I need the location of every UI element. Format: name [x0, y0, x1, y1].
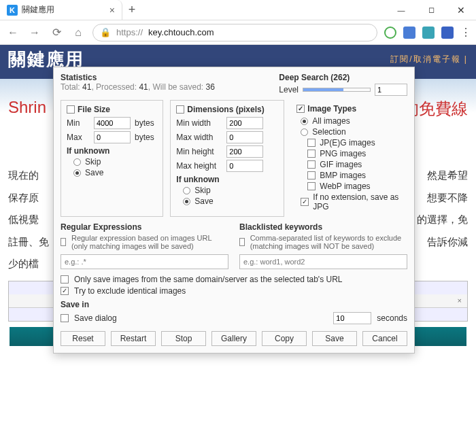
tab-title: 關鍵應用 [22, 4, 105, 16]
page-content: 關鍵應用 訂閱/取消電子報 | Shrin 小的免費線 現在的然是希望 保存原想… [0, 45, 476, 448]
all-images-radio[interactable] [301, 118, 308, 125]
deep-search-title: Deep Search (262) [279, 73, 407, 82]
checkbox-label: BMP images [320, 171, 366, 180]
window-maximize-icon[interactable]: ◻ [416, 0, 446, 20]
browser-titlebar: K 關鍵應用 × + — ◻ ✕ [0, 0, 476, 20]
level-label: Level [279, 85, 299, 94]
address-bar: ← → ⟳ ⌂ 🔒 https://key.chtouch.com ⋮ [0, 20, 476, 45]
reset-button[interactable]: Reset [61, 331, 105, 346]
same-domain-checkbox[interactable] [61, 275, 69, 283]
blacklist-section: Blacklisted keywords Comma-separated lis… [239, 222, 407, 269]
banner-links[interactable]: 訂閱/取消電子報 | [390, 54, 468, 65]
stats-line: Total: 41, Processed: 41, Will be saved:… [61, 82, 215, 92]
body-text: 註冊、免 [8, 232, 49, 252]
min-width-input[interactable] [226, 117, 263, 129]
image-types-checkbox[interactable] [296, 105, 305, 113]
body-text: 然是希望 [427, 166, 468, 186]
checkbox-label: JP(E)G images [320, 138, 375, 148]
stop-button[interactable]: Stop [161, 331, 206, 346]
checkbox-label: WebP images [320, 182, 370, 191]
dimensions-checkbox[interactable] [176, 105, 184, 114]
fs-skip-radio[interactable] [73, 158, 81, 166]
url-prefix: https:// [116, 27, 143, 37]
section-title: Regular Expressions [61, 222, 228, 232]
selection-radio[interactable] [301, 128, 308, 136]
radio-label: Save [194, 196, 213, 206]
gallery-button[interactable]: Gallery [211, 331, 256, 346]
menu-icon[interactable]: ⋮ [460, 26, 471, 39]
image-save-dialog: Statistics Total: 41, Processed: 41, Wil… [53, 67, 415, 354]
blacklist-checkbox[interactable] [239, 238, 245, 246]
blacklist-input[interactable] [239, 254, 407, 269]
favicon: K [7, 5, 18, 16]
panel-title: File Size [78, 105, 110, 114]
checkbox-label: PNG images [320, 149, 366, 158]
unit-label: bytes [135, 133, 154, 142]
png-checkbox[interactable] [307, 150, 316, 158]
cancel-button[interactable]: Cancel [362, 331, 407, 346]
save-dialog-checkbox[interactable] [61, 314, 69, 322]
minh-label: Min height [176, 147, 222, 156]
file-size-panel: File Size Minbytes Maxbytes If unknown S… [61, 100, 163, 217]
window-minimize-icon[interactable]: — [386, 0, 416, 20]
checkbox-label: GIF images [320, 160, 362, 169]
radio-label: All images [312, 116, 350, 126]
maxw-label: Max width [176, 133, 222, 142]
checkbox-label: If no extension, save as JPG [313, 192, 401, 211]
panel-title: Dimensions (pixels) [187, 105, 264, 114]
extension-icon[interactable] [422, 27, 435, 39]
seconds-input[interactable] [333, 312, 371, 324]
if-unknown-label: If unknown [67, 146, 157, 156]
exclude-identical-checkbox[interactable] [61, 287, 69, 295]
max-bytes-input[interactable] [94, 131, 131, 143]
extension-icon[interactable] [384, 27, 396, 39]
jpeg-checkbox[interactable] [307, 139, 316, 147]
extension-icon[interactable] [441, 27, 454, 39]
noext-checkbox[interactable] [301, 198, 309, 206]
min-bytes-input[interactable] [94, 117, 131, 129]
save-in-title: Save in [61, 300, 407, 309]
url-host: key.chtouch.com [148, 27, 214, 37]
window-close-icon[interactable]: ✕ [446, 0, 476, 20]
forward-icon[interactable]: → [27, 27, 42, 39]
bmp-checkbox[interactable] [307, 171, 316, 179]
radio-label: Save [85, 168, 103, 177]
extension-icon[interactable] [403, 27, 415, 39]
dimensions-panel: Dimensions (pixels) Min width Max width … [170, 100, 284, 217]
max-width-input[interactable] [226, 131, 263, 143]
dim-save-radio[interactable] [183, 198, 190, 205]
file-size-checkbox[interactable] [67, 105, 75, 114]
close-tab-icon[interactable]: × [109, 5, 115, 16]
close-icon[interactable]: × [458, 296, 462, 305]
level-slider[interactable] [303, 88, 371, 92]
radio-label: Selection [312, 127, 345, 137]
save-button[interactable]: Save [312, 331, 357, 346]
max-height-input[interactable] [226, 160, 263, 172]
copy-button[interactable]: Copy [262, 331, 307, 346]
regex-checkbox[interactable] [61, 238, 66, 246]
restart-button[interactable]: Restart [111, 331, 156, 346]
body-text: 低視覺 [8, 210, 39, 230]
image-types-panel: Image Types All images Selection JP(E)G … [291, 100, 407, 217]
checkbox-label: Save dialog [74, 313, 117, 323]
regex-input[interactable] [61, 254, 228, 269]
if-unknown-label: If unknown [176, 175, 278, 184]
reload-icon[interactable]: ⟳ [49, 26, 64, 39]
body-text: 少的檔 [8, 254, 39, 274]
webp-checkbox[interactable] [307, 182, 316, 190]
minw-label: Min width [176, 118, 222, 128]
new-tab-button[interactable]: + [122, 0, 141, 20]
home-icon[interactable]: ⌂ [71, 27, 86, 39]
checkbox-label: Only save images from the same domain/se… [74, 275, 342, 284]
radio-label: Skip [194, 186, 210, 195]
url-field[interactable]: 🔒 https://key.chtouch.com [92, 24, 377, 41]
gif-checkbox[interactable] [307, 160, 316, 169]
body-text: 的選擇，免 [417, 210, 468, 230]
dim-skip-radio[interactable] [183, 187, 190, 194]
fs-save-radio[interactable] [73, 169, 81, 177]
min-height-input[interactable] [226, 145, 263, 158]
browser-tab[interactable]: K 關鍵應用 × [0, 0, 122, 20]
level-input[interactable] [375, 84, 407, 96]
back-icon[interactable]: ← [5, 27, 20, 39]
section-desc: Comma-separated list of keywords to excl… [250, 234, 407, 250]
